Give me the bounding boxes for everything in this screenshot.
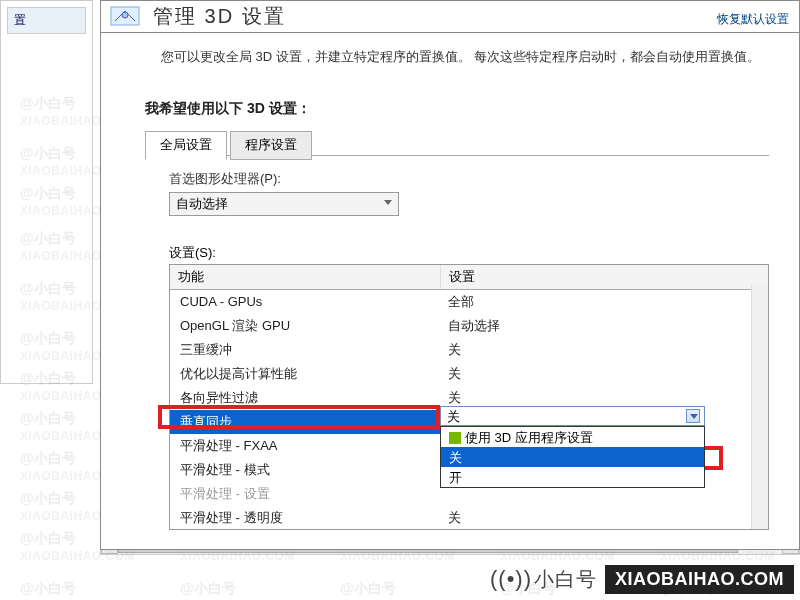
left-sidebar: 置 — [0, 0, 93, 384]
gpu-select[interactable]: 自动选择 — [169, 192, 399, 216]
gpu-select-value: 自动选择 — [176, 196, 228, 211]
value-cell[interactable]: 自动选择 — [440, 314, 768, 338]
table-row[interactable]: CUDA - GPUs全部 — [170, 289, 768, 314]
dropdown-option[interactable]: 使用 3D 应用程序设置 — [441, 427, 704, 447]
feature-cell: 平滑处理 - FXAA — [170, 434, 440, 458]
feature-cell: CUDA - GPUs — [170, 289, 440, 314]
footer-watermark: ((•))小白号 XIAOBAIHAO.COM — [490, 565, 794, 594]
feature-cell: 优化以提高计算性能 — [170, 362, 440, 386]
table-row[interactable]: 三重缓冲关 — [170, 338, 768, 362]
feature-cell: 三重缓冲 — [170, 338, 440, 362]
header: 管理 3D 设置 恢复默认设置 — [101, 1, 799, 33]
option-label: 关 — [449, 450, 462, 465]
gpu-label: 首选图形处理器(P): — [169, 170, 799, 188]
vsync-dropdown: 关 使用 3D 应用程序设置关开 — [440, 406, 705, 488]
vertical-scrollbar[interactable] — [751, 285, 768, 529]
feature-cell: OpenGL 渲染 GPU — [170, 314, 440, 338]
dropdown-option[interactable]: 开 — [441, 467, 704, 487]
feature-cell: 各向异性过滤 — [170, 386, 440, 410]
value-cell[interactable]: 全部 — [440, 289, 768, 314]
page-title: 管理 3D 设置 — [153, 3, 286, 30]
vsync-dropdown-list: 使用 3D 应用程序设置关开 — [440, 426, 705, 488]
option-label: 开 — [449, 470, 462, 485]
settings-table: 功能 设置 CUDA - GPUs全部OpenGL 渲染 GPU自动选择三重缓冲… — [169, 264, 769, 530]
table-row[interactable]: 平滑处理 - 透明度关 — [170, 506, 768, 529]
chevron-down-icon — [686, 409, 700, 423]
tab-global[interactable]: 全局设置 — [145, 131, 227, 160]
settings-3d-icon — [107, 3, 143, 31]
broadcast-icon: ((•)) — [490, 566, 532, 592]
footer-domain: XIAOBAIHAO.COM — [605, 565, 794, 594]
table-row[interactable]: OpenGL 渲染 GPU自动选择 — [170, 314, 768, 338]
dropdown-option[interactable]: 关 — [441, 447, 704, 467]
tab-row: 全局设置 程序设置 — [145, 130, 769, 156]
settings-label: 设置(S): — [169, 244, 799, 262]
table-row[interactable]: 优化以提高计算性能关 — [170, 362, 768, 386]
main-panel: 管理 3D 设置 恢复默认设置 您可以更改全局 3D 设置，并建立特定程序的置换… — [100, 0, 800, 550]
restore-defaults-link[interactable]: 恢复默认设置 — [717, 11, 789, 28]
feature-cell: 平滑处理 - 透明度 — [170, 506, 440, 529]
option-label: 使用 3D 应用程序设置 — [465, 430, 593, 445]
col-feature[interactable]: 功能 — [170, 265, 440, 290]
feature-cell: 平滑处理 - 设置 — [170, 482, 440, 506]
footer-name: 小白号 — [534, 568, 597, 590]
value-cell[interactable]: 关 — [440, 362, 768, 386]
section-label: 我希望使用以下 3D 设置： — [145, 100, 799, 118]
value-cell[interactable]: 关 — [440, 338, 768, 362]
vsync-dropdown-value: 关 — [447, 409, 460, 424]
chevron-down-icon — [384, 200, 392, 205]
svg-point-1 — [122, 12, 128, 18]
nvidia-icon — [449, 432, 461, 444]
vsync-dropdown-button[interactable]: 关 — [440, 406, 705, 426]
tab-program[interactable]: 程序设置 — [230, 131, 312, 160]
left-tab[interactable]: 置 — [7, 7, 86, 34]
page-description: 您可以更改全局 3D 设置，并建立特定程序的置换值。 每次这些特定程序启动时，都… — [101, 33, 799, 76]
feature-cell: 垂直同步 — [170, 410, 440, 434]
feature-cell: 平滑处理 - 模式 — [170, 458, 440, 482]
col-value[interactable]: 设置 — [440, 265, 768, 290]
tabs-area: 全局设置 程序设置 首选图形处理器(P): 自动选择 设置(S): 功能 设置 … — [145, 130, 799, 530]
value-cell[interactable]: 关 — [440, 506, 768, 529]
